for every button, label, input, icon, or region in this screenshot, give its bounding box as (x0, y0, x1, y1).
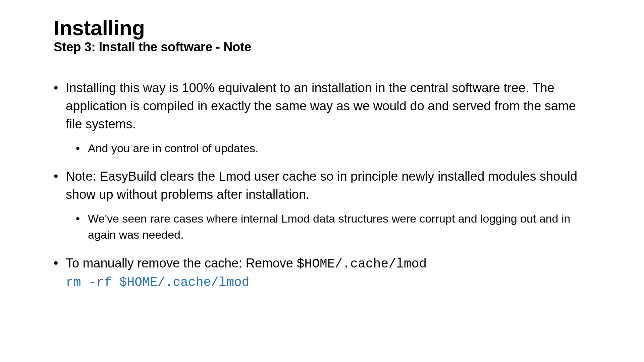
list-item: To manually remove the cache: Remove $HO… (54, 254, 590, 292)
bullet-text: We've seen rare cases where internal Lmo… (88, 212, 570, 241)
slide-title: Installing (54, 17, 590, 39)
list-item: And you are in control of updates. (76, 140, 590, 156)
list-item: We've seen rare cases where internal Lmo… (76, 210, 590, 243)
bullet-text: And you are in control of updates. (88, 142, 258, 155)
slide-subtitle: Step 3: Install the software - Note (54, 40, 590, 54)
command-line: rm -rf $HOME/.cache/lmod (66, 274, 590, 292)
sub-bullet-list: And you are in control of updates. (66, 140, 590, 156)
list-item: Note: EasyBuild clears the Lmod user cac… (54, 168, 590, 243)
bullet-text: To manually remove the cache: Remove (66, 256, 297, 270)
bullet-text: Note: EasyBuild clears the Lmod user cac… (66, 169, 577, 201)
inline-code: $HOME/.cache/lmod (297, 257, 427, 271)
sub-bullet-list: We've seen rare cases where internal Lmo… (66, 210, 590, 243)
bullet-list: Installing this way is 100% equivalent t… (54, 79, 590, 292)
list-item: Installing this way is 100% equivalent t… (54, 79, 590, 156)
bullet-text: Installing this way is 100% equivalent t… (66, 81, 576, 131)
